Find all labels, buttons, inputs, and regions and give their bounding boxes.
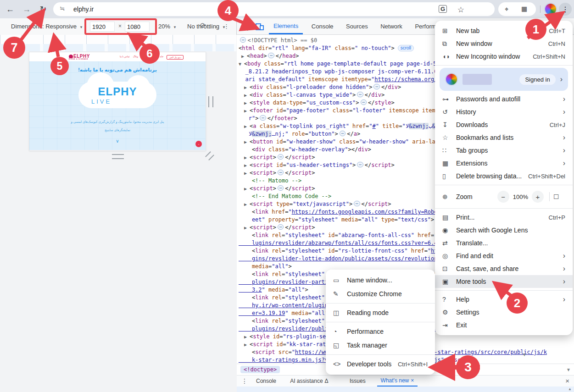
forward-icon[interactable]: → — [21, 4, 32, 15]
tree-arrow-icon[interactable]: ▶ — [239, 163, 250, 168]
chrome-menu-button[interactable]: ⋮ — [559, 3, 572, 16]
expand-ellipsis-icon[interactable]: ⋯ — [278, 154, 284, 160]
expand-ellipsis-icon[interactable]: ⋯ — [278, 170, 284, 175]
zoom-in-button[interactable]: + — [532, 191, 544, 203]
device-toolbar-menu-icon[interactable]: ⋮ — [223, 23, 229, 30]
bookmark-star-icon[interactable]: ☆ — [457, 5, 464, 15]
tree-arrow-icon[interactable]: ▶ — [239, 202, 250, 207]
drawer-close-icon[interactable]: × — [565, 377, 569, 385]
menu-item-find-and-edit[interactable]: ◎Find and edit› — [435, 249, 573, 262]
drawer-menu-icon[interactable]: ⋮ — [241, 377, 248, 385]
submenu-item-reading-mode[interactable]: ◫Reading mode — [326, 306, 435, 320]
expand-ellipsis-icon[interactable]: ⋯ — [260, 115, 266, 121]
site-logo[interactable]: ELPHYKIOSK & SIGNAGE — [69, 54, 90, 60]
tree-arrow-icon[interactable]: ▶ — [239, 85, 250, 90]
menu-item-new-incognito-window[interactable]: ◖◗New Incognito windowCtrl+Shift+N — [435, 50, 573, 63]
tab-elements[interactable]: Elements — [269, 18, 303, 34]
drawer-tab-console[interactable]: Console — [252, 375, 280, 386]
height-input[interactable] — [125, 22, 150, 32]
url-text[interactable]: elphy.ir — [73, 6, 94, 13]
expand-ellipsis-icon[interactable]: ⋯ — [240, 37, 246, 43]
expand-ellipsis-icon[interactable]: ⋯ — [361, 99, 367, 105]
resize-handle-corner[interactable] — [205, 151, 214, 160]
submenu-item-performance[interactable]: ◔Performance — [326, 325, 435, 338]
expand-ellipsis-icon[interactable]: ⋯ — [357, 162, 363, 167]
inspect-element-icon[interactable] — [241, 22, 251, 31]
menu-item-search-with-google-lens[interactable]: ◉Search with Google Lens — [435, 224, 573, 237]
expand-ellipsis-icon[interactable]: ⋯ — [357, 92, 363, 97]
scroll-down-chevron-icon[interactable]: ∨ — [29, 138, 206, 144]
lens-cursor-icon[interactable]: ⌖ — [505, 5, 508, 13]
site-settings-icon[interactable]: ≒ — [60, 5, 65, 12]
tree-arrow-icon[interactable]: ▶ — [239, 93, 250, 98]
menu-item-cast-save-and-share[interactable]: ⊡Cast, save, and share› — [435, 262, 573, 275]
dimensions-select[interactable]: Dimensions: Responsive ▾ — [11, 23, 82, 30]
device-toolbar-toggle-icon[interactable] — [255, 22, 264, 31]
translate-icon[interactable]: G — [439, 5, 447, 13]
site-nav-item-4[interactable]: تماس با ما — [120, 55, 130, 60]
menu-item-history[interactable]: ↺History› — [435, 105, 573, 118]
scroll-down-icon[interactable]: ▼ — [566, 367, 571, 372]
expand-ellipsis-icon[interactable]: ⋯ — [340, 131, 346, 136]
tab-console[interactable]: Console — [307, 18, 338, 34]
submenu-item-task-manager[interactable]: ◱Task manager — [326, 338, 435, 352]
resize-handle-right[interactable] — [208, 96, 213, 107]
tree-arrow-icon[interactable]: ▶ — [239, 342, 250, 347]
tree-arrow-icon[interactable]: ▶ — [239, 100, 250, 105]
reload-icon[interactable]: ↻ — [38, 4, 49, 15]
drawer-tab-issues[interactable]: Issues — [346, 375, 369, 386]
menu-item-more-tools[interactable]: ▣More tools› — [435, 275, 573, 288]
expand-ellipsis-icon[interactable]: ⋯ — [373, 84, 379, 89]
scroll-down-icon[interactable]: ▼ — [522, 352, 527, 357]
menu-item-tab-groups[interactable]: ∷Tab groups› — [435, 144, 573, 157]
menu-item-help[interactable]: ?Help› — [435, 293, 573, 306]
scroll-up-icon[interactable]: ▲ — [568, 387, 572, 391]
site-nav-item-3[interactable]: وبلاگ — [133, 55, 138, 60]
menu-item-extensions[interactable]: ▦Extensions› — [435, 157, 573, 170]
menu-item-downloads[interactable]: ↧DownloadsCtrl+J — [435, 118, 573, 131]
resize-handle-bottom[interactable] — [112, 154, 124, 159]
menu-item-new-window[interactable]: ⧉New windowCtrl+N — [435, 37, 573, 50]
drawer-tab-ai-assistance[interactable]: AI assistanceΔ — [286, 375, 332, 386]
submenu-item-name-window[interactable]: ▭Name window... — [326, 273, 435, 287]
fullscreen-icon[interactable]: ☐ — [553, 193, 567, 200]
tab-network[interactable]: Network — [376, 18, 407, 34]
back-icon[interactable]: ← — [5, 4, 16, 15]
breadcrumb-doctype-chip[interactable]: <!doctype> — [240, 366, 280, 373]
close-tab-icon[interactable]: × — [411, 377, 414, 384]
menu-item-bookmarks-and-lists[interactable]: ☆Bookmarks and lists› — [435, 131, 573, 144]
drawer-tab-what-s-new[interactable]: What's new× — [377, 375, 418, 386]
tab-sources[interactable]: Sources — [341, 18, 373, 34]
site-nav-item-0[interactable]: خانه — [160, 55, 164, 60]
expand-ellipsis-icon[interactable]: ⋯ — [278, 185, 284, 191]
tree-arrow-icon[interactable]: ▶ — [239, 171, 250, 176]
expand-ellipsis-icon[interactable]: ⋯ — [354, 201, 360, 206]
tree-arrow-icon[interactable]: ▶ — [239, 225, 250, 230]
width-input[interactable] — [90, 22, 115, 32]
floating-action-badge[interactable]: ◦ — [195, 141, 202, 147]
submenu-item-developer-tools[interactable]: <>Developer toolsCtrl+Shift+I — [326, 357, 435, 371]
expand-ellipsis-icon[interactable]: ⋯ — [278, 224, 284, 230]
tree-arrow-icon[interactable]: ▶ — [239, 139, 250, 144]
profile-avatar[interactable] — [544, 3, 557, 16]
tree-arrow-icon[interactable]: ▼ — [239, 61, 244, 66]
menu-item-exit[interactable]: ⇥Exit — [435, 319, 573, 331]
tree-arrow-icon[interactable]: ▶ — [239, 54, 247, 59]
address-bar[interactable]: ≒ elphy.ir G ☆ — [53, 2, 495, 16]
menu-item-print[interactable]: ▤Print...Ctrl+P — [435, 211, 573, 224]
zoom-out-button[interactable]: − — [497, 191, 509, 203]
tree-arrow-icon[interactable]: ▶ — [239, 155, 250, 160]
tree-arrow-icon[interactable]: ▶ — [239, 108, 250, 113]
menu-item-translate[interactable]: ⇄Translate... — [435, 237, 573, 249]
tree-arrow-icon[interactable]: ▶ — [239, 334, 250, 339]
menu-item-settings[interactable]: ⚙Settings — [435, 306, 573, 319]
rotate-device-icon[interactable]: ⟳ — [200, 21, 206, 30]
zoom-select[interactable]: 20% ▾ — [158, 23, 176, 30]
tree-arrow-icon[interactable]: ▶ — [239, 186, 250, 191]
expand-ellipsis-icon[interactable]: ⋯ — [268, 53, 274, 58]
extensions-puzzle-icon[interactable]: ▦ — [521, 5, 527, 12]
tree-arrow-icon[interactable]: ▶ — [239, 124, 250, 129]
menu-item-new-tab[interactable]: ⊞New tabCtrl+T — [435, 24, 573, 37]
menu-item-passwords-and-autofill[interactable]: ⊶Passwords and autofill› — [435, 93, 573, 105]
menu-item-delete-browsing-data[interactable]: ▯Delete browsing data...Ctrl+Shift+Del — [435, 170, 573, 182]
